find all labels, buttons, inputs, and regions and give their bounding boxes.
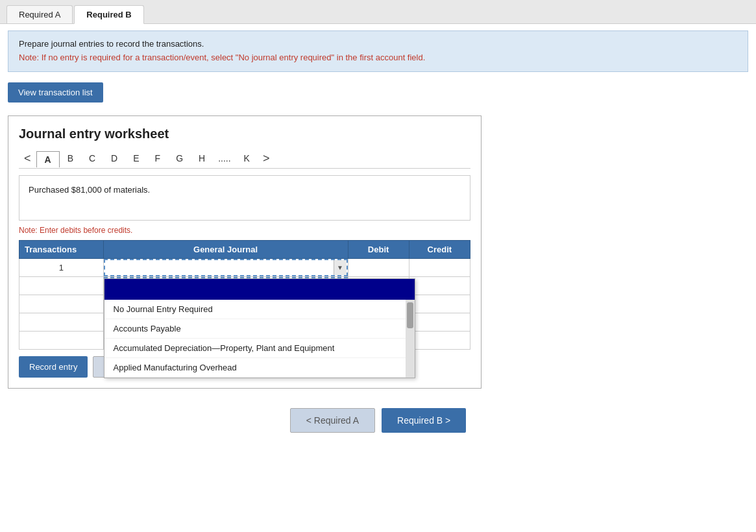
header-credit: Credit (409, 240, 470, 258)
nav-letter-k[interactable]: K (236, 151, 258, 166)
debit-input-1[interactable] (352, 261, 405, 274)
nav-prev-arrow[interactable]: < (19, 152, 36, 165)
credit-cell-2[interactable] (409, 276, 470, 295)
account-cell[interactable]: ▼ No Journal Entry Required Accounts Pay… (103, 258, 348, 276)
nav-letter-e[interactable]: E (125, 151, 147, 166)
nav-letter-h[interactable]: H (191, 151, 213, 166)
dropdown-item-accum-depr[interactable]: Accumulated Depreciation—Property, Plant… (104, 339, 415, 358)
record-entry-button[interactable]: Record entry (19, 356, 88, 378)
header-transactions: Transactions (19, 240, 104, 258)
dropdown-item-applied-mfg[interactable]: Applied Manufacturing Overhead (104, 358, 415, 378)
credit-cell-5[interactable] (409, 331, 470, 349)
tab-required-b[interactable]: Required B (74, 5, 143, 24)
transaction-description: Purchased $81,000 of materials. (19, 175, 470, 221)
transaction-num (19, 276, 104, 295)
nav-letter-b[interactable]: B (60, 151, 81, 166)
dropdown-item-accounts-payable[interactable]: Accounts Payable (104, 319, 415, 339)
worksheet-title: Journal entry worksheet (19, 127, 470, 141)
dropdown-item-no-entry[interactable]: No Journal Entry Required (104, 300, 415, 319)
nav-letter-a[interactable]: A (36, 151, 60, 167)
dropdown-arrow[interactable]: ▼ (334, 260, 347, 275)
nav-letter-f[interactable]: F (147, 151, 169, 166)
dropdown-header (104, 279, 415, 300)
nav-letter-c[interactable]: C (81, 151, 103, 166)
account-input[interactable] (105, 261, 334, 274)
transaction-num: 1 (19, 258, 104, 276)
dropdown-list: No Journal Entry Required Accounts Payab… (104, 300, 415, 378)
footer-next-button[interactable]: Required B > (382, 408, 466, 433)
footer-nav: < Required A Required B > (0, 408, 756, 433)
dropdown-scrollbar[interactable] (406, 300, 415, 378)
scrollbar-thumb (407, 302, 413, 328)
credit-cell-3[interactable] (409, 295, 470, 313)
info-box: Prepare journal entries to record the tr… (8, 30, 748, 72)
header-general-journal: General Journal (103, 240, 348, 258)
nav-letter-g[interactable]: G (168, 151, 191, 166)
transaction-num (19, 295, 104, 313)
credit-cell-4[interactable] (409, 313, 470, 331)
nav-bar: < A B C D E F G H ..... K > (19, 151, 470, 169)
info-line1: Prepare journal entries to record the tr… (19, 38, 737, 51)
credit-cell-1[interactable] (409, 258, 470, 276)
table-row: 1 ▼ No Journal Entry Required (19, 258, 470, 276)
nav-letter-d[interactable]: D (103, 151, 125, 166)
tab-required-a[interactable]: Required A (6, 5, 73, 23)
transaction-num (19, 331, 104, 349)
credit-input-1[interactable] (413, 261, 466, 274)
header-debit: Debit (348, 240, 409, 258)
view-transaction-button[interactable]: View transaction list (8, 82, 103, 103)
account-dropdown[interactable]: No Journal Entry Required Accounts Payab… (104, 278, 415, 378)
journal-worksheet: Journal entry worksheet < A B C D E F G … (8, 115, 482, 389)
tabs-bar: Required A Required B (0, 0, 756, 24)
journal-table: Transactions General Journal Debit Credi… (19, 240, 470, 350)
debits-note: Note: Enter debits before credits. (19, 226, 470, 235)
debit-cell-1[interactable] (348, 258, 409, 276)
info-line2: Note: If no entry is required for a tran… (19, 51, 737, 65)
transaction-num (19, 313, 104, 331)
nav-next-arrow[interactable]: > (258, 152, 275, 165)
footer-prev-button[interactable]: < Required A (290, 408, 375, 433)
nav-ellipsis: ..... (213, 151, 236, 166)
